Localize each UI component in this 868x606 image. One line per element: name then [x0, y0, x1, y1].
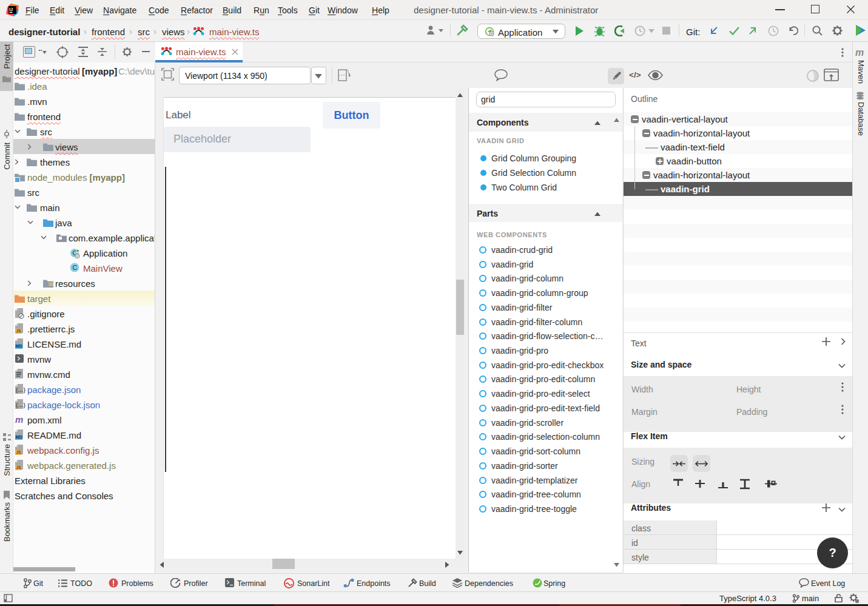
svg-text:IJ: IJ: [9, 7, 13, 12]
svg-text:C: C: [72, 264, 77, 271]
